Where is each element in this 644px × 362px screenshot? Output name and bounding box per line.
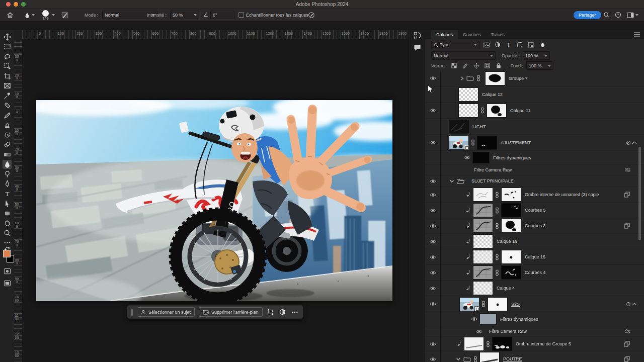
mask-link-icon[interactable] bbox=[495, 192, 499, 198]
layer-name[interactable]: Courbes 5 bbox=[525, 208, 546, 213]
brush-picker-chevron[interactable] bbox=[52, 9, 55, 21]
layer-mask-thumbnail[interactable] bbox=[502, 204, 521, 217]
layer-name[interactable]: Calque 11 bbox=[510, 108, 530, 113]
history-panel-icon[interactable] bbox=[413, 31, 422, 40]
layer-mask-thumbnail[interactable] bbox=[493, 337, 512, 350]
brush-panel-toggle-icon[interactable] bbox=[61, 9, 68, 21]
remove-background-button[interactable]: Supprimer l'arrière-plan bbox=[199, 307, 263, 317]
visibility-toggle[interactable] bbox=[425, 218, 441, 233]
gradient-tool[interactable] bbox=[3, 150, 12, 159]
layer-mask-thumbnail[interactable] bbox=[487, 104, 506, 117]
layer-name[interactable]: AJUSTEMENT bbox=[501, 140, 531, 145]
layer-name[interactable]: Calque 12 bbox=[482, 92, 503, 97]
camera-raw-filter-icon[interactable] bbox=[624, 167, 631, 172]
transform-icon[interactable] bbox=[267, 309, 275, 316]
crop-tool[interactable] bbox=[3, 71, 12, 80]
help-icon[interactable]: ? bbox=[615, 9, 621, 21]
healing-brush-tool[interactable] bbox=[3, 101, 12, 110]
clipping-mask-icon[interactable] bbox=[466, 207, 471, 213]
layer-name[interactable]: Courbes 4 bbox=[525, 270, 546, 275]
history-brush-tool[interactable] bbox=[3, 130, 12, 139]
pen-tool[interactable] bbox=[3, 179, 12, 189]
layer-name[interactable]: Filtres dynamiques bbox=[493, 155, 531, 160]
panel-tab-tracés[interactable]: Tracés bbox=[486, 30, 510, 39]
mask-link-icon[interactable] bbox=[495, 254, 499, 260]
layer-row[interactable]: Calque 11 bbox=[425, 103, 644, 119]
move-tool[interactable] bbox=[3, 32, 12, 41]
layer-row[interactable]: LIGHT bbox=[425, 119, 644, 135]
layer-thumbnail[interactable] bbox=[480, 314, 496, 324]
taskbar-drag-handle[interactable] bbox=[131, 309, 133, 316]
more-options-icon[interactable] bbox=[291, 309, 299, 316]
mask-link-icon[interactable] bbox=[495, 223, 499, 229]
layer-thumbnail[interactable] bbox=[473, 282, 493, 295]
pasteboard[interactable]: ARRO bbox=[22, 39, 409, 362]
layer-thumbnail[interactable] bbox=[473, 250, 493, 263]
layer-thumbnail[interactable] bbox=[449, 120, 468, 133]
layer-row[interactable]: Filtres dynamiques bbox=[425, 151, 644, 165]
zoom-tool[interactable] bbox=[3, 228, 12, 237]
layer-thumbnail[interactable] bbox=[473, 219, 493, 232]
layer-row[interactable]: Ombre interne de Groupe 5 bbox=[425, 337, 644, 351]
layer-row[interactable]: Filtres dynamiques bbox=[425, 312, 644, 326]
layer-name[interactable]: Filtre Camera Raw bbox=[474, 167, 512, 172]
home-icon[interactable] bbox=[7, 9, 14, 21]
layer-mask-thumbnail[interactable] bbox=[502, 188, 521, 201]
visibility-toggle[interactable] bbox=[476, 329, 482, 334]
eraser-tool[interactable] bbox=[3, 140, 12, 149]
layer-name[interactable]: Groupe 7 bbox=[509, 76, 528, 81]
dodge-tool[interactable] bbox=[3, 169, 12, 178]
folder-icon[interactable] bbox=[463, 356, 471, 362]
pressure-size-icon[interactable] bbox=[308, 9, 315, 21]
layer-row[interactable]: Courbes 3 bbox=[425, 218, 644, 234]
folder-icon[interactable] bbox=[466, 75, 474, 81]
visibility-toggle[interactable] bbox=[425, 103, 441, 118]
layer-row[interactable]: Courbes 5 bbox=[425, 203, 644, 218]
blur-tool[interactable] bbox=[3, 160, 12, 169]
layer-name[interactable]: Calque 4 bbox=[497, 286, 515, 291]
layer-thumbnail[interactable] bbox=[459, 88, 478, 101]
clipping-mask-icon[interactable] bbox=[466, 238, 471, 244]
sample-all-layers-checkbox[interactable] bbox=[238, 9, 244, 21]
clipping-mask-icon[interactable] bbox=[466, 223, 471, 229]
layer-mask-thumbnail[interactable] bbox=[502, 250, 521, 263]
mask-link-icon[interactable] bbox=[480, 107, 485, 114]
layer-name[interactable]: POUTRE bbox=[503, 356, 522, 361]
layer-name[interactable]: Ombre interne de unnamed (3) copie bbox=[525, 192, 599, 197]
clipping-mask-icon[interactable] bbox=[466, 192, 471, 198]
layer-thumbnail[interactable] bbox=[473, 266, 493, 279]
visibility-toggle[interactable] bbox=[425, 281, 441, 296]
filter-type-layers-icon[interactable]: T bbox=[505, 41, 513, 48]
layer-row[interactable]: Calque 16 bbox=[425, 234, 644, 249]
fill-input[interactable]: 100 % bbox=[526, 61, 553, 70]
visibility-toggle[interactable] bbox=[471, 317, 477, 321]
layer-row[interactable]: Groupe 7 bbox=[425, 70, 644, 86]
intensity-select[interactable]: 50 % bbox=[170, 11, 199, 19]
hand-tool[interactable] bbox=[3, 219, 12, 228]
panel-tab-calques[interactable]: Calques bbox=[431, 30, 458, 39]
blur-tool-preset-icon[interactable] bbox=[24, 9, 35, 21]
visibility-toggle[interactable] bbox=[425, 119, 441, 134]
layer-thumbnail[interactable] bbox=[449, 136, 468, 149]
expand-group-icon[interactable] bbox=[460, 76, 464, 81]
folder-open-icon[interactable] bbox=[457, 178, 465, 184]
foreground-color-swatch[interactable] bbox=[3, 250, 11, 257]
layer-row[interactable]: POUTRE bbox=[425, 351, 644, 362]
search-icon[interactable] bbox=[603, 9, 610, 21]
layer-row[interactable]: Calque 15 bbox=[425, 249, 644, 265]
visibility-toggle[interactable] bbox=[425, 312, 441, 326]
layer-name[interactable]: Ombre interne de Groupe 5 bbox=[516, 341, 571, 346]
layer-name[interactable]: Filtres dynamiques bbox=[500, 317, 538, 322]
visibility-toggle[interactable] bbox=[425, 234, 441, 249]
clipping-mask-icon[interactable] bbox=[466, 269, 471, 276]
layer-mask-thumbnail[interactable] bbox=[502, 266, 521, 279]
mask-link-icon[interactable] bbox=[486, 341, 490, 347]
collapse-group-icon[interactable] bbox=[449, 179, 454, 183]
copy-effect-badge[interactable] bbox=[624, 223, 630, 229]
type-tool[interactable]: T bbox=[3, 189, 12, 198]
lock-position-icon[interactable] bbox=[472, 62, 480, 69]
layer-mask-thumbnail[interactable] bbox=[488, 298, 507, 311]
layer-thumbnail[interactable] bbox=[464, 337, 484, 350]
opacity-input[interactable]: 100 % bbox=[523, 51, 550, 60]
layer-row[interactable]: Ombre interne de unnamed (3) copie bbox=[425, 187, 644, 203]
